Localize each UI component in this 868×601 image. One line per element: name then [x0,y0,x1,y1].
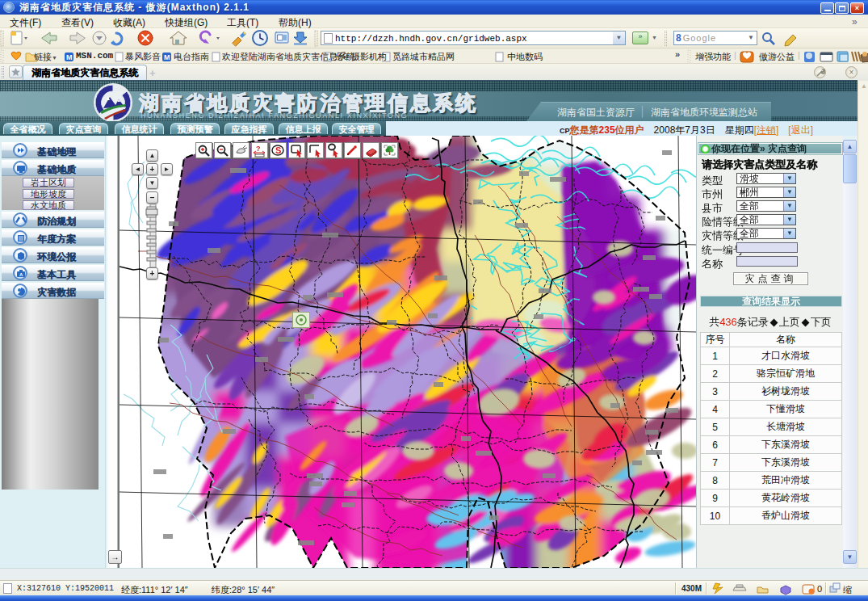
svg-text:M: M [164,53,170,61]
svg-text:?: ? [256,145,261,153]
svg-text:M: M [66,53,73,61]
svg-text:S: S [275,145,281,155]
svg-text:A: A [19,272,23,277]
